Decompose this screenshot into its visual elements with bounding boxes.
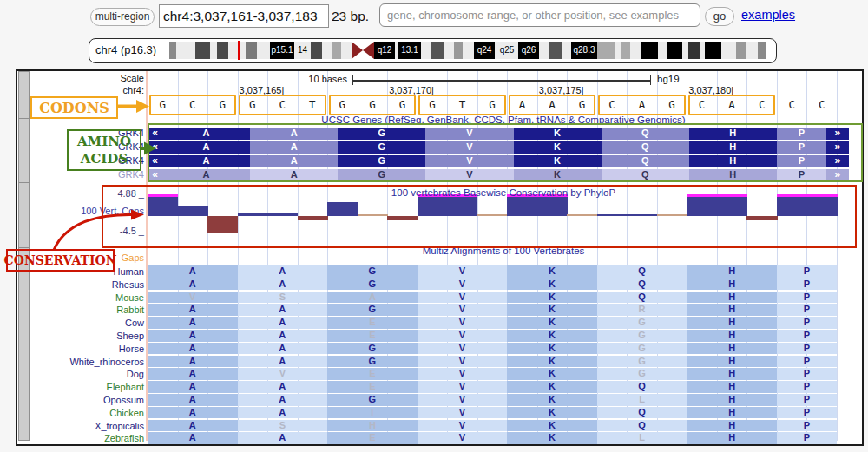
alignment-cell[interactable]: P bbox=[777, 292, 837, 304]
alignment-cell[interactable]: H bbox=[687, 356, 777, 368]
alignment-cell[interactable]: K bbox=[507, 278, 597, 291]
alignment-cell[interactable]: A bbox=[148, 407, 238, 419]
species-label-rhesus[interactable]: Rhesus bbox=[26, 279, 144, 290]
chromosome-ideogram[interactable]: chr4 (p16.3) p15.114q1213.1q24q25q26q28.… bbox=[89, 38, 777, 63]
alignment-cell[interactable]: K bbox=[507, 304, 597, 316]
alignment-cell[interactable]: V bbox=[238, 368, 328, 380]
examples-link[interactable]: examples bbox=[741, 8, 795, 22]
alignment-cell[interactable]: E bbox=[327, 432, 418, 444]
alignment-cell[interactable]: V bbox=[418, 292, 508, 304]
go-button[interactable]: go bbox=[705, 7, 734, 26]
alignment-cell[interactable]: P bbox=[777, 265, 837, 278]
alignment-cell[interactable]: P bbox=[777, 330, 837, 342]
alignment-cell[interactable]: A bbox=[148, 278, 238, 291]
alignment-cell[interactable]: A bbox=[148, 317, 238, 329]
alignment-cell[interactable]: A bbox=[148, 343, 238, 355]
alignment-cell[interactable]: H bbox=[687, 343, 777, 355]
alignment-cell[interactable]: P bbox=[777, 420, 837, 432]
alignment-cell[interactable]: Q bbox=[597, 407, 687, 419]
alignment-cell[interactable]: A bbox=[148, 394, 238, 406]
alignment-cell[interactable]: H bbox=[687, 420, 777, 432]
species-label-zebrafish[interactable]: Zebrafish bbox=[26, 433, 144, 443]
alignment-cell[interactable]: Q bbox=[597, 292, 687, 304]
alignment-cell[interactable]: A bbox=[238, 394, 328, 406]
alignment-cell[interactable]: A bbox=[148, 420, 238, 432]
alignment-cell[interactable]: G bbox=[597, 317, 687, 329]
alignment-cell[interactable]: V bbox=[418, 368, 508, 380]
alignment-cell[interactable]: Q bbox=[597, 420, 687, 432]
alignment-cell[interactable]: A bbox=[327, 292, 418, 304]
alignment-cell[interactable]: H bbox=[687, 407, 777, 419]
alignment-cell[interactable]: K bbox=[507, 420, 597, 432]
alignment-cell[interactable]: G bbox=[597, 330, 687, 342]
alignment-cell[interactable]: P bbox=[777, 432, 837, 444]
alignment-cell[interactable]: V bbox=[418, 407, 508, 419]
alignment-cell[interactable]: V bbox=[418, 265, 508, 278]
search-input[interactable] bbox=[379, 3, 700, 27]
alignment-cell[interactable]: K bbox=[507, 317, 597, 329]
species-label-dog[interactable]: Dog bbox=[26, 369, 144, 379]
alignment-cell[interactable]: L bbox=[597, 432, 687, 444]
species-label-horse[interactable]: Horse bbox=[26, 344, 144, 354]
alignment-cell[interactable]: P bbox=[777, 356, 837, 368]
alignment-cell[interactable]: Q bbox=[597, 381, 687, 393]
alignment-cell[interactable]: A bbox=[148, 381, 238, 393]
alignment-cell[interactable]: I bbox=[327, 407, 418, 419]
species-label-rabbit[interactable]: Rabbit bbox=[26, 305, 144, 315]
alignment-cell[interactable]: H bbox=[687, 381, 777, 393]
track-drag-handle[interactable] bbox=[18, 71, 30, 119]
alignment-cell[interactable]: P bbox=[777, 278, 837, 291]
alignment-cell[interactable]: A bbox=[238, 278, 328, 291]
alignment-cell[interactable]: G bbox=[327, 343, 418, 355]
alignment-cell[interactable]: H bbox=[687, 304, 777, 316]
alignment-cell[interactable]: A bbox=[238, 317, 328, 329]
alignment-cell[interactable]: G bbox=[597, 356, 687, 368]
alignment-cell[interactable]: H bbox=[687, 330, 777, 342]
position-input[interactable] bbox=[159, 4, 329, 28]
alignment-cell[interactable]: A bbox=[148, 432, 238, 444]
alignment-cell[interactable]: H bbox=[687, 278, 777, 291]
alignment-cell[interactable]: E bbox=[327, 330, 418, 342]
alignment-cell[interactable]: V bbox=[148, 292, 238, 304]
track-drag-handle[interactable] bbox=[18, 182, 30, 248]
alignment-cell[interactable]: P bbox=[777, 407, 837, 419]
alignment-cell[interactable]: A bbox=[148, 356, 238, 368]
alignment-cell[interactable]: H bbox=[327, 420, 418, 432]
alignment-cell[interactable]: K bbox=[507, 330, 597, 342]
alignment-cell[interactable]: H bbox=[687, 265, 777, 278]
species-label-chicken[interactable]: Chicken bbox=[26, 408, 144, 418]
multi-region-button[interactable]: multi-region bbox=[90, 8, 155, 26]
alignment-cell[interactable]: G bbox=[327, 304, 418, 316]
track-drag-handle[interactable] bbox=[18, 118, 30, 183]
alignment-cell[interactable]: K bbox=[507, 343, 597, 355]
alignment-cell[interactable]: V bbox=[418, 330, 508, 342]
alignment-cell[interactable]: V bbox=[418, 394, 508, 406]
alignment-cell[interactable]: V bbox=[418, 343, 508, 355]
alignment-cell[interactable]: V bbox=[418, 381, 508, 393]
alignment-cell[interactable]: H bbox=[687, 317, 777, 329]
alignment-cell[interactable]: H bbox=[687, 368, 777, 380]
alignment-cell[interactable]: H bbox=[687, 432, 777, 444]
species-label-elephant[interactable]: Elephant bbox=[26, 382, 144, 392]
alignment-cell[interactable]: L bbox=[597, 394, 687, 406]
species-label-sheep[interactable]: Sheep bbox=[26, 331, 144, 341]
alignment-cell[interactable]: Q bbox=[597, 265, 687, 278]
alignment-cell[interactable]: K bbox=[507, 292, 597, 304]
alignment-cell[interactable]: G bbox=[327, 265, 418, 278]
alignment-cell[interactable]: A bbox=[238, 265, 328, 278]
alignment-cell[interactable]: E bbox=[327, 317, 418, 329]
alignment-cell[interactable]: K bbox=[507, 407, 597, 419]
alignment-cell[interactable]: A bbox=[238, 356, 328, 368]
alignment-cell[interactable]: V bbox=[418, 317, 508, 329]
alignment-cell[interactable]: V bbox=[418, 356, 508, 368]
alignment-cell[interactable]: E bbox=[327, 368, 418, 380]
alignment-cell[interactable]: E bbox=[327, 381, 418, 393]
species-label-white_rhinoceros[interactable]: White_rhinoceros bbox=[26, 357, 144, 367]
alignment-cell[interactable]: A bbox=[238, 330, 328, 342]
alignment-cell[interactable]: Q bbox=[597, 278, 687, 291]
alignment-cell[interactable]: P bbox=[777, 304, 837, 316]
alignment-cell[interactable]: A bbox=[238, 432, 328, 444]
alignment-cell[interactable]: P bbox=[777, 343, 837, 355]
alignment-cell[interactable]: A bbox=[238, 381, 328, 393]
alignment-cell[interactable]: G bbox=[597, 343, 687, 355]
